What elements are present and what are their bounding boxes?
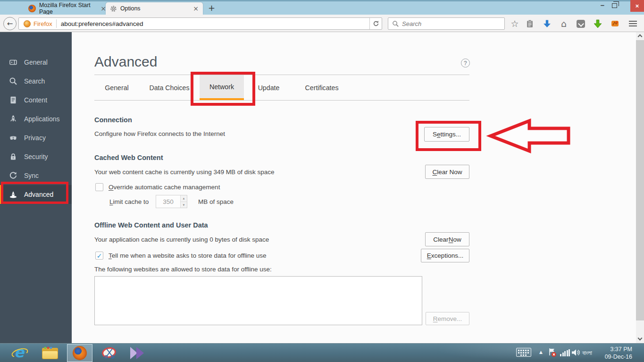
pocket-icon[interactable] [576, 19, 586, 28]
search-bar[interactable] [388, 17, 505, 30]
kmplayer-icon [129, 346, 147, 360]
action-center-flag-icon[interactable] [548, 347, 557, 358]
cache-limit-value[interactable]: 350 [156, 195, 180, 208]
home-icon[interactable]: ⌂ [559, 19, 569, 28]
limit-cache-label: Limit cache to [109, 198, 149, 205]
gear-icon [110, 5, 117, 12]
advanced-tab-strip: General Data Choices Network Update Cert… [94, 75, 469, 101]
offline-status: Your application cache is currently usin… [94, 236, 269, 243]
restore-button[interactable] [612, 3, 617, 8]
tab-title: Options [120, 5, 140, 12]
tab-general[interactable]: General [94, 75, 139, 100]
scrollbar-thumb[interactable] [636, 40, 644, 320]
cache-limit-input[interactable]: 350 ▲▼ [156, 195, 187, 208]
scrollbar-down-icon[interactable] [638, 336, 643, 341]
reload-icon [373, 20, 379, 27]
taskbar-kmplayer[interactable] [126, 344, 150, 362]
annotation-box-settings [416, 121, 481, 151]
back-button[interactable]: ← [3, 17, 17, 30]
remove-button[interactable]: Remove... [426, 312, 469, 325]
windows-taskbar: e ▲ বাংলা 3:37 PM 09 [0, 343, 644, 362]
lock-icon [8, 152, 18, 161]
minimize-button[interactable]: – [597, 1, 608, 11]
override-cache-checkbox[interactable] [95, 183, 103, 191]
download-manager-icon[interactable] [593, 19, 603, 28]
close-button[interactable]: × [630, 0, 644, 12]
tab-title: Mozilla Firefox Start Page [39, 2, 97, 15]
general-icon [8, 58, 18, 67]
url-separator [56, 19, 57, 28]
tray-show-hidden-icons[interactable]: ▲ [539, 350, 543, 354]
annotation-arrow [486, 117, 573, 155]
page-title: Advanced [94, 54, 157, 70]
firefox-icon [73, 346, 87, 360]
bookmark-star-icon[interactable]: ☆ [510, 19, 520, 28]
rocket-icon [8, 114, 18, 124]
cache-limit-suffix: MB of space [198, 198, 234, 205]
sidebar-item-applications[interactable]: Applications [0, 109, 72, 128]
folder-icon [42, 347, 58, 359]
search-icon [392, 20, 399, 27]
tab-close-icon[interactable]: × [193, 5, 199, 12]
document-icon [8, 95, 18, 105]
sidebar-item-content[interactable]: Content [0, 91, 72, 109]
sidebar-item-privacy[interactable]: Privacy [0, 128, 72, 147]
internet-explorer-icon: e [11, 345, 27, 361]
mask-icon [8, 133, 18, 143]
taskbar-file-explorer[interactable] [40, 344, 60, 362]
annotation-box-network-tab [191, 72, 255, 106]
vertical-scrollbar[interactable] [636, 32, 644, 343]
clear-now-button-cache[interactable]: Clear Now [425, 165, 469, 179]
tab-bar: Mozilla Firefox Start Page × Options × +… [0, 0, 644, 15]
taskbar-clock[interactable]: 3:37 PM 09-Dec-16 [602, 345, 632, 361]
browser-tab-options[interactable]: Options × [106, 2, 203, 15]
site-identity-icon[interactable] [24, 20, 31, 27]
language-indicator[interactable]: বাংলা [582, 349, 592, 357]
taskbar-internet-explorer[interactable]: e [8, 344, 30, 362]
help-icon[interactable]: ? [461, 59, 470, 67]
clear-now-button-offline[interactable]: Clear Now [425, 232, 469, 246]
sidebar-item-general[interactable]: General [0, 53, 72, 72]
search-icon [8, 76, 18, 86]
firefox-favicon-icon [28, 5, 36, 12]
cache-limit-spinner[interactable]: ▲▼ [180, 195, 187, 208]
offline-list-caption: The following websites are allowed to st… [94, 266, 272, 273]
new-tab-button[interactable]: + [208, 3, 215, 13]
tell-me-checkbox[interactable]: ✓ [95, 252, 103, 260]
sidebar-item-security[interactable]: Security [0, 147, 72, 166]
tell-me-label[interactable]: Tell me when a website asks to store dat… [109, 252, 266, 259]
taskbar-snipping-tool[interactable] [99, 344, 121, 362]
network-signal-icon[interactable] [560, 349, 570, 356]
connection-description: Configure how Firefox connects to the In… [94, 130, 225, 137]
url-bar[interactable]: Firefox about:preferences#advanced [18, 17, 382, 30]
tab-certificates[interactable]: Certificates [293, 75, 350, 100]
connection-heading: Connection [94, 116, 132, 124]
cache-heading: Cached Web Content [94, 154, 163, 161]
clock-time: 3:37 PM [602, 345, 632, 353]
spin-down-icon[interactable]: ▼ [181, 202, 187, 208]
downloads-icon[interactable] [542, 19, 552, 28]
checkmark-icon: ✓ [97, 253, 102, 259]
override-cache-label[interactable]: Override automatic cache management [109, 184, 220, 191]
url-text[interactable]: about:preferences#advanced [61, 20, 143, 27]
exceptions-button[interactable]: Exceptions... [421, 249, 469, 262]
scrollbar-up-icon[interactable] [638, 34, 643, 39]
menu-hamburger-icon[interactable] [627, 19, 638, 28]
reading-list-icon[interactable] [525, 19, 535, 28]
annotation-box-advanced [1, 182, 68, 204]
addon-icon[interactable] [610, 19, 620, 28]
sync-icon [8, 171, 18, 180]
offline-heading: Offline Web Content and User Data [94, 221, 208, 229]
sidebar-item-search[interactable]: Search [0, 72, 72, 91]
search-input[interactable] [402, 20, 487, 27]
taskbar-firefox[interactable] [67, 344, 92, 362]
spin-up-icon[interactable]: ▲ [181, 195, 187, 202]
site-identity-label: Firefox [33, 20, 52, 27]
firefox-window: Mozilla Firefox Start Page × Options × +… [0, 0, 644, 362]
reload-button[interactable] [369, 18, 382, 29]
touch-keyboard-icon[interactable] [516, 348, 531, 357]
offline-websites-listbox[interactable] [94, 276, 422, 325]
cache-status: Your web content cache is currently usin… [94, 168, 274, 176]
browser-tab-start-page[interactable]: Mozilla Firefox Start Page × [28, 2, 106, 15]
speaker-icon[interactable] [571, 348, 580, 357]
